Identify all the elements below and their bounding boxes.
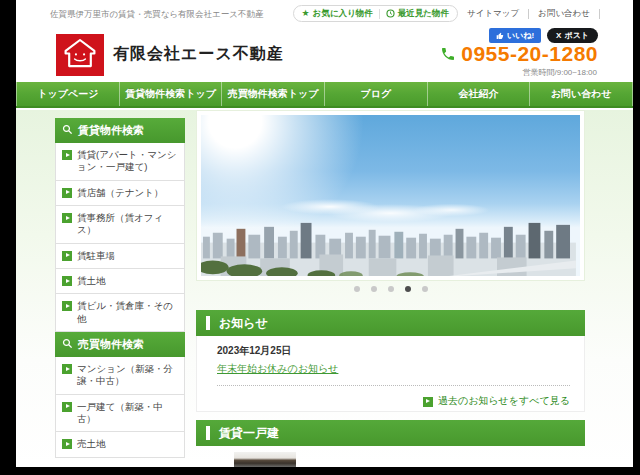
sidebar-item-rental-shop[interactable]: 賃店舗（テナント） [55, 181, 185, 206]
sidebar-item-label: 賃事務所（賃オフィス） [77, 212, 179, 237]
carousel-dot[interactable] [422, 286, 428, 292]
sidebar-item-label: 賃ビル・賃倉庫・その他 [77, 300, 179, 325]
phone-row: 0955-20-1280 [440, 42, 598, 66]
sidebar-item-rental-parking[interactable]: 賃駐車場 [55, 244, 185, 269]
sidebar-item-label: 一戸建て（新築・中古） [77, 401, 179, 426]
contact-top-link[interactable]: お問い合わせ [529, 8, 599, 20]
company-name: 有限会社エース不動産 [113, 44, 284, 65]
header-accent-bar [206, 426, 210, 440]
carousel-dot[interactable] [405, 286, 411, 292]
nav-contact[interactable]: お問い合わせ [529, 82, 633, 106]
search-icon [62, 124, 73, 137]
property-photo-partial[interactable] [234, 452, 296, 467]
carousel-dot[interactable] [388, 286, 394, 292]
phone-icon [440, 46, 456, 62]
browser-page: 佐賀県伊万里市の賃貸・売買なら有限会社エース不動産 ★ お気に入り物件 最近見た… [16, 0, 633, 467]
screenshot-frame: 佐賀県伊万里市の賃貸・売買なら有限会社エース不動産 ★ お気に入り物件 最近見た… [0, 0, 640, 475]
sidebar-item-label: 賃店舗（テナント） [77, 187, 163, 199]
top-right-links: ★ お気に入り物件 最近見た物件 サイトマップ お問い合わせ [293, 5, 600, 22]
recently-viewed-label: 最近見た物件 [398, 8, 449, 20]
x-post-button[interactable]: X ポスト [547, 28, 598, 43]
sidebar-item-sale-mansion[interactable]: マンション（新築・分譲・中古） [55, 357, 185, 395]
nav-blog[interactable]: ブログ [324, 82, 427, 106]
hero-carousel [196, 110, 585, 281]
sidebar-sale-title: 売買物件検索 [78, 337, 144, 352]
like-button[interactable]: いいね! [489, 28, 541, 43]
city-skyline [201, 215, 576, 276]
sns-buttons: いいね! X ポスト [489, 28, 598, 43]
news-date: 2023年12月25日 [217, 344, 570, 358]
site-tagline: 佐賀県伊万里市の賃貸・売買なら有限会社エース不動産 [50, 9, 264, 21]
view-all-label: 過去のお知らせをすべて見る [438, 394, 570, 408]
search-icon [62, 338, 73, 351]
site-header: 有限会社エース不動産 いいね! X ポスト 0955-20-1280 営業時間/… [16, 27, 633, 82]
arrow-bullet-icon [62, 276, 72, 286]
house-smile-icon [62, 37, 98, 74]
sidebar: 賃貸物件検索 賃貸(アパート・マンション・一戸建て) 賃店舗（テナント） 賃事務… [55, 118, 185, 467]
sidebar-item-sale-land[interactable]: 売土地 [55, 432, 185, 457]
news-section-header: お知らせ [196, 310, 585, 336]
header-accent-bar [206, 316, 210, 330]
nav-top-page[interactable]: トップページ [16, 82, 119, 106]
thumbs-up-icon [496, 32, 504, 40]
post-label: ポスト [564, 30, 589, 41]
sidebar-item-label: 売土地 [77, 438, 106, 450]
nav-company[interactable]: 会社紹介 [427, 82, 530, 106]
arrow-bullet-icon [62, 301, 72, 311]
sidebar-item-rental-building[interactable]: 賃ビル・賃倉庫・その他 [55, 294, 185, 332]
hero-image-cityscape [201, 115, 580, 276]
dotted-separator [217, 385, 570, 386]
favorites-label: お気に入り物件 [313, 8, 373, 20]
sidebar-item-label: 賃貸(アパート・マンション・一戸建て) [77, 149, 179, 174]
arrow-bullet-icon [62, 150, 72, 160]
sidebar-item-rental-apartment[interactable]: 賃貸(アパート・マンション・一戸建て) [55, 143, 185, 181]
sidebar-rental-header: 賃貸物件検索 [55, 118, 185, 143]
pill-divider [379, 9, 380, 19]
rental-house-title: 賃貸一戸建 [219, 425, 279, 442]
sidebar-item-label: マンション（新築・分譲・中古） [77, 363, 179, 388]
global-nav: トップページ 賃貸物件検索トップ 売買物件検索トップ ブログ 会社紹介 お問い合… [16, 82, 633, 108]
view-all-news-link[interactable]: 過去のお知らせをすべて見る [217, 394, 570, 408]
property-tools-pill: ★ お気に入り物件 最近見た物件 [293, 5, 458, 22]
carousel-dot[interactable] [371, 286, 377, 292]
news-title: お知らせ [219, 315, 268, 332]
sitemap-link[interactable]: サイトマップ [458, 8, 528, 20]
sidebar-item-rental-land[interactable]: 賃土地 [55, 269, 185, 294]
favorites-link[interactable]: ★ お気に入り物件 [302, 8, 373, 20]
sidebar-item-label: 賃駐車場 [77, 250, 115, 262]
sidebar-sale-header: 売買物件検索 [55, 332, 185, 357]
carousel-dots [196, 286, 585, 292]
phone-number: 0955-20-1280 [461, 42, 598, 66]
arrow-bullet-icon [62, 213, 72, 223]
news-body: 2023年12月25日 年末年始お休みのお知らせ 過去のお知らせをすべて見る [196, 336, 585, 412]
nav-sale-search[interactable]: 売買物件検索トップ [221, 82, 324, 106]
arrow-bullet-icon [423, 397, 433, 407]
top-divider-2 [599, 9, 600, 19]
company-logo[interactable] [56, 34, 104, 76]
top-utility-bar: 佐賀県伊万里市の賃貸・売買なら有限会社エース不動産 ★ お気に入り物件 最近見た… [16, 0, 633, 27]
rental-house-section-header: 賃貸一戸建 [196, 420, 585, 446]
carousel-dot[interactable] [354, 286, 360, 292]
sidebar-rental-title: 賃貸物件検索 [78, 123, 144, 138]
sidebar-item-sale-house[interactable]: 一戸建て（新築・中古） [55, 395, 185, 433]
news-entry-link[interactable]: 年末年始お休みのお知らせ [217, 362, 338, 376]
like-label: いいね! [507, 30, 534, 41]
arrow-bullet-icon [62, 188, 72, 198]
arrow-bullet-icon [62, 364, 72, 374]
clock-icon [386, 9, 395, 18]
star-icon: ★ [302, 9, 310, 18]
sidebar-item-rental-office[interactable]: 賃事務所（賃オフィス） [55, 206, 185, 244]
sidebar-gap [55, 458, 185, 467]
business-hours: 営業時間/9:00~18:00 [523, 67, 597, 78]
arrow-bullet-icon [62, 251, 72, 261]
sidebar-item-label: 賃土地 [77, 275, 106, 287]
nav-rental-search[interactable]: 賃貸物件検索トップ [119, 82, 222, 106]
arrow-bullet-icon [62, 439, 72, 449]
arrow-bullet-icon [62, 402, 72, 412]
x-logo-icon: X [556, 31, 561, 40]
recently-viewed-link[interactable]: 最近見た物件 [386, 8, 449, 20]
